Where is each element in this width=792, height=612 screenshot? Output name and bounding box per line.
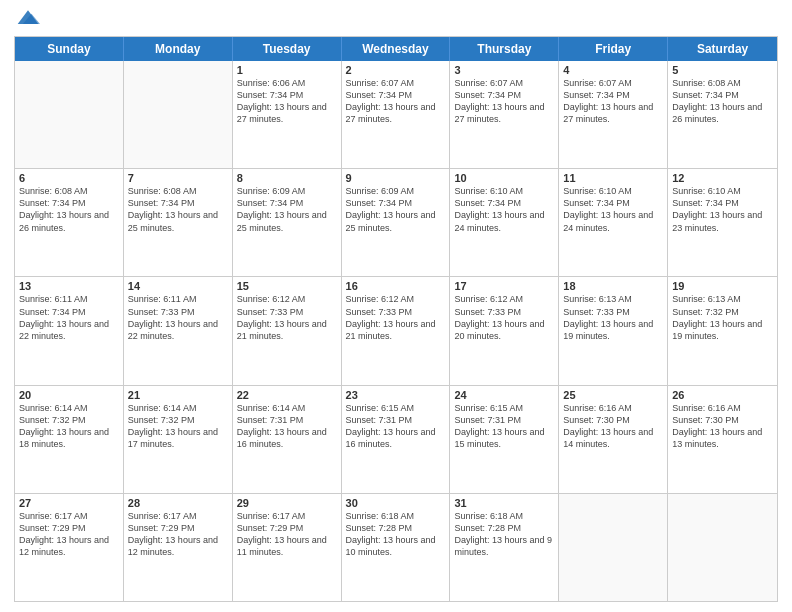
- day-number: 31: [454, 497, 554, 509]
- day-detail: Sunrise: 6:12 AM Sunset: 7:33 PM Dayligh…: [346, 293, 446, 342]
- day-number: 30: [346, 497, 446, 509]
- day-number: 18: [563, 280, 663, 292]
- calendar-cell: 14Sunrise: 6:11 AM Sunset: 7:33 PM Dayli…: [124, 277, 233, 384]
- calendar-cell: [668, 494, 777, 601]
- page: SundayMondayTuesdayWednesdayThursdayFrid…: [0, 0, 792, 612]
- day-detail: Sunrise: 6:16 AM Sunset: 7:30 PM Dayligh…: [672, 402, 773, 451]
- day-detail: Sunrise: 6:10 AM Sunset: 7:34 PM Dayligh…: [563, 185, 663, 234]
- day-detail: Sunrise: 6:17 AM Sunset: 7:29 PM Dayligh…: [237, 510, 337, 559]
- day-detail: Sunrise: 6:08 AM Sunset: 7:34 PM Dayligh…: [128, 185, 228, 234]
- day-number: 16: [346, 280, 446, 292]
- day-detail: Sunrise: 6:18 AM Sunset: 7:28 PM Dayligh…: [454, 510, 554, 559]
- calendar-week-3: 13Sunrise: 6:11 AM Sunset: 7:34 PM Dayli…: [15, 277, 777, 385]
- calendar-cell: 26Sunrise: 6:16 AM Sunset: 7:30 PM Dayli…: [668, 386, 777, 493]
- day-detail: Sunrise: 6:12 AM Sunset: 7:33 PM Dayligh…: [454, 293, 554, 342]
- calendar-cell: 1Sunrise: 6:06 AM Sunset: 7:34 PM Daylig…: [233, 61, 342, 168]
- calendar-cell: 11Sunrise: 6:10 AM Sunset: 7:34 PM Dayli…: [559, 169, 668, 276]
- day-number: 25: [563, 389, 663, 401]
- calendar-cell: 22Sunrise: 6:14 AM Sunset: 7:31 PM Dayli…: [233, 386, 342, 493]
- day-number: 22: [237, 389, 337, 401]
- header-day-saturday: Saturday: [668, 37, 777, 61]
- calendar-cell: 5Sunrise: 6:08 AM Sunset: 7:34 PM Daylig…: [668, 61, 777, 168]
- day-detail: Sunrise: 6:13 AM Sunset: 7:33 PM Dayligh…: [563, 293, 663, 342]
- calendar-cell: 27Sunrise: 6:17 AM Sunset: 7:29 PM Dayli…: [15, 494, 124, 601]
- calendar-cell: [559, 494, 668, 601]
- calendar-cell: 4Sunrise: 6:07 AM Sunset: 7:34 PM Daylig…: [559, 61, 668, 168]
- calendar-cell: 7Sunrise: 6:08 AM Sunset: 7:34 PM Daylig…: [124, 169, 233, 276]
- calendar-cell: 30Sunrise: 6:18 AM Sunset: 7:28 PM Dayli…: [342, 494, 451, 601]
- day-number: 21: [128, 389, 228, 401]
- day-number: 15: [237, 280, 337, 292]
- day-detail: Sunrise: 6:10 AM Sunset: 7:34 PM Dayligh…: [454, 185, 554, 234]
- day-number: 11: [563, 172, 663, 184]
- day-number: 28: [128, 497, 228, 509]
- header: [14, 10, 778, 28]
- day-detail: Sunrise: 6:08 AM Sunset: 7:34 PM Dayligh…: [672, 77, 773, 126]
- day-number: 20: [19, 389, 119, 401]
- logo-icon: [16, 8, 40, 28]
- calendar-cell: 19Sunrise: 6:13 AM Sunset: 7:32 PM Dayli…: [668, 277, 777, 384]
- day-detail: Sunrise: 6:13 AM Sunset: 7:32 PM Dayligh…: [672, 293, 773, 342]
- day-number: 7: [128, 172, 228, 184]
- day-number: 27: [19, 497, 119, 509]
- day-number: 4: [563, 64, 663, 76]
- day-number: 14: [128, 280, 228, 292]
- calendar-cell: [15, 61, 124, 168]
- calendar-cell: 9Sunrise: 6:09 AM Sunset: 7:34 PM Daylig…: [342, 169, 451, 276]
- day-number: 17: [454, 280, 554, 292]
- calendar-cell: 20Sunrise: 6:14 AM Sunset: 7:32 PM Dayli…: [15, 386, 124, 493]
- day-number: 12: [672, 172, 773, 184]
- day-detail: Sunrise: 6:14 AM Sunset: 7:31 PM Dayligh…: [237, 402, 337, 451]
- day-number: 29: [237, 497, 337, 509]
- day-number: 1: [237, 64, 337, 76]
- day-number: 19: [672, 280, 773, 292]
- calendar-week-4: 20Sunrise: 6:14 AM Sunset: 7:32 PM Dayli…: [15, 386, 777, 494]
- header-day-wednesday: Wednesday: [342, 37, 451, 61]
- header-day-thursday: Thursday: [450, 37, 559, 61]
- day-number: 23: [346, 389, 446, 401]
- day-detail: Sunrise: 6:12 AM Sunset: 7:33 PM Dayligh…: [237, 293, 337, 342]
- calendar-cell: 17Sunrise: 6:12 AM Sunset: 7:33 PM Dayli…: [450, 277, 559, 384]
- day-detail: Sunrise: 6:09 AM Sunset: 7:34 PM Dayligh…: [346, 185, 446, 234]
- day-detail: Sunrise: 6:07 AM Sunset: 7:34 PM Dayligh…: [454, 77, 554, 126]
- day-detail: Sunrise: 6:08 AM Sunset: 7:34 PM Dayligh…: [19, 185, 119, 234]
- calendar-cell: 25Sunrise: 6:16 AM Sunset: 7:30 PM Dayli…: [559, 386, 668, 493]
- day-detail: Sunrise: 6:15 AM Sunset: 7:31 PM Dayligh…: [346, 402, 446, 451]
- day-detail: Sunrise: 6:14 AM Sunset: 7:32 PM Dayligh…: [19, 402, 119, 451]
- day-detail: Sunrise: 6:07 AM Sunset: 7:34 PM Dayligh…: [346, 77, 446, 126]
- calendar-cell: 12Sunrise: 6:10 AM Sunset: 7:34 PM Dayli…: [668, 169, 777, 276]
- calendar-header: SundayMondayTuesdayWednesdayThursdayFrid…: [15, 37, 777, 61]
- logo: [14, 10, 40, 28]
- calendar-cell: 6Sunrise: 6:08 AM Sunset: 7:34 PM Daylig…: [15, 169, 124, 276]
- calendar-body: 1Sunrise: 6:06 AM Sunset: 7:34 PM Daylig…: [15, 61, 777, 601]
- calendar-week-2: 6Sunrise: 6:08 AM Sunset: 7:34 PM Daylig…: [15, 169, 777, 277]
- calendar-week-1: 1Sunrise: 6:06 AM Sunset: 7:34 PM Daylig…: [15, 61, 777, 169]
- day-detail: Sunrise: 6:06 AM Sunset: 7:34 PM Dayligh…: [237, 77, 337, 126]
- day-number: 24: [454, 389, 554, 401]
- calendar-cell: 28Sunrise: 6:17 AM Sunset: 7:29 PM Dayli…: [124, 494, 233, 601]
- calendar-cell: [124, 61, 233, 168]
- day-number: 10: [454, 172, 554, 184]
- calendar-cell: 21Sunrise: 6:14 AM Sunset: 7:32 PM Dayli…: [124, 386, 233, 493]
- day-detail: Sunrise: 6:10 AM Sunset: 7:34 PM Dayligh…: [672, 185, 773, 234]
- day-detail: Sunrise: 6:11 AM Sunset: 7:34 PM Dayligh…: [19, 293, 119, 342]
- day-number: 3: [454, 64, 554, 76]
- header-day-sunday: Sunday: [15, 37, 124, 61]
- calendar-cell: 2Sunrise: 6:07 AM Sunset: 7:34 PM Daylig…: [342, 61, 451, 168]
- day-detail: Sunrise: 6:16 AM Sunset: 7:30 PM Dayligh…: [563, 402, 663, 451]
- calendar-cell: 18Sunrise: 6:13 AM Sunset: 7:33 PM Dayli…: [559, 277, 668, 384]
- calendar-cell: 13Sunrise: 6:11 AM Sunset: 7:34 PM Dayli…: [15, 277, 124, 384]
- day-detail: Sunrise: 6:11 AM Sunset: 7:33 PM Dayligh…: [128, 293, 228, 342]
- day-detail: Sunrise: 6:15 AM Sunset: 7:31 PM Dayligh…: [454, 402, 554, 451]
- day-number: 26: [672, 389, 773, 401]
- day-number: 13: [19, 280, 119, 292]
- calendar-cell: 23Sunrise: 6:15 AM Sunset: 7:31 PM Dayli…: [342, 386, 451, 493]
- calendar-week-5: 27Sunrise: 6:17 AM Sunset: 7:29 PM Dayli…: [15, 494, 777, 601]
- day-number: 6: [19, 172, 119, 184]
- day-detail: Sunrise: 6:09 AM Sunset: 7:34 PM Dayligh…: [237, 185, 337, 234]
- day-number: 8: [237, 172, 337, 184]
- day-number: 5: [672, 64, 773, 76]
- calendar-cell: 3Sunrise: 6:07 AM Sunset: 7:34 PM Daylig…: [450, 61, 559, 168]
- header-day-monday: Monday: [124, 37, 233, 61]
- day-number: 2: [346, 64, 446, 76]
